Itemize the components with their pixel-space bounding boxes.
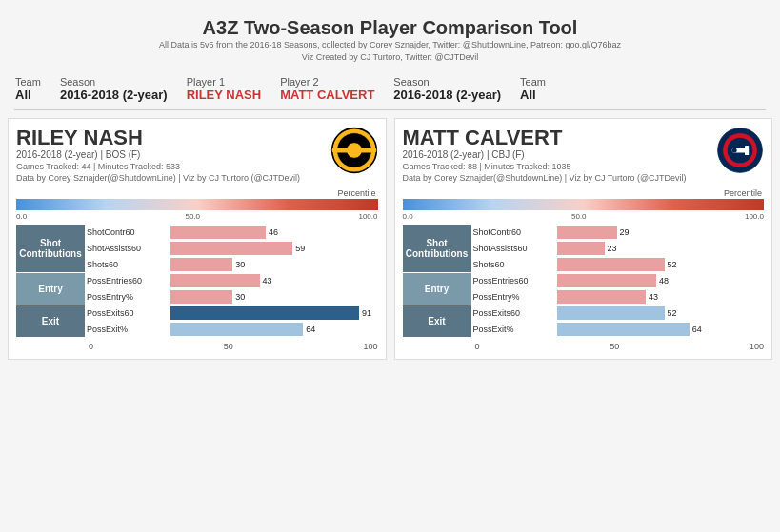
header: A3Z Two-Season Player Comparison Tool Al…: [0, 10, 780, 69]
controls-bar: Team All Season 2016-2018 (2-year) Playe…: [0, 69, 780, 109]
player2-entry-section: Entry PossEntries60 48 PossEntry%: [403, 273, 765, 305]
player1-percentile-label: Percentile: [337, 188, 377, 198]
player1-entry-label: Entry: [16, 273, 85, 305]
player1-credit: Data by Corey Sznajder(@ShutdownLine) | …: [16, 173, 378, 183]
player1-season: 2016-2018 (2-year) | BOS (F): [16, 149, 378, 160]
page-title: A3Z Two-Season Player Comparison Tool: [0, 17, 780, 39]
player1-shotassists-row: ShotAssists60 59: [85, 241, 378, 256]
player1-exit-section: Exit PossExits60 91 PossExit%: [16, 305, 378, 337]
svg-rect-3: [331, 148, 376, 153]
player2-exit-section: Exit PossExits60 52 PossExit%: [403, 305, 765, 337]
player1-games: Games Tracked: 44 | Minutes Tracked: 533: [16, 162, 378, 171]
player2-shotcontr-row: ShotContr60 29: [471, 225, 765, 240]
team2-value[interactable]: All: [520, 88, 546, 102]
player2-value[interactable]: MATT CALVERT: [280, 88, 374, 102]
player2-credit: Data by Corey Sznajder(@ShutdownLine) | …: [403, 173, 765, 183]
player2-panel: MATT CALVERT 2016-2018 (2-year) | CBJ (F…: [394, 118, 773, 360]
player2-shotassists-row: ShotAssists60 23: [471, 241, 765, 256]
player1-bar-chart: ShotContributions ShotContr60 46 ShotAss…: [16, 225, 378, 338]
player1-percentile-gradient: [16, 199, 378, 210]
player2-shot-label: ShotContributions: [403, 225, 471, 272]
team1-label: Team: [15, 76, 41, 88]
player1-panel: RILEY NASH 2016-2018 (2-year) | BOS (F) …: [8, 118, 387, 360]
player2-percentile-label: Percentile: [724, 188, 764, 198]
player2-season: 2016-2018 (2-year) | CBJ (F): [403, 149, 765, 160]
charts-row: RILEY NASH 2016-2018 (2-year) | BOS (F) …: [0, 110, 780, 360]
player1-control: Player 1 RILEY NASH: [187, 76, 262, 102]
team2-label: Team: [520, 76, 546, 88]
season1-value[interactable]: 2016-2018 (2-year): [60, 88, 168, 102]
team2-control: Team All: [520, 76, 546, 102]
player2-entry-label: Entry: [403, 273, 471, 305]
season1-label: Season: [60, 76, 168, 88]
player1-shot-label: ShotContributions: [16, 225, 85, 272]
player2-shots-row: Shots60 52: [471, 257, 765, 272]
player1-shots-row: Shots60 30: [85, 257, 378, 272]
bruins-logo: [330, 127, 378, 174]
season2-control: Season 2016-2018 (2-year): [393, 76, 501, 102]
player2-x-axis: 0 50 100: [475, 342, 765, 351]
player1-possexits-row: PossExits60 91: [85, 305, 378, 321]
player2-name: MATT CALVERT: [403, 127, 765, 149]
team1-value[interactable]: All: [15, 88, 41, 102]
player2-percentile-ticks: 0.0 50.0 100.0: [403, 212, 765, 221]
player1-entry-section: Entry PossEntries60 43 PossEntry%: [16, 273, 378, 305]
season2-label: Season: [393, 76, 501, 88]
player2-shot-metrics: ShotContr60 29 ShotAssists60 23: [471, 225, 765, 272]
player2-exit-metrics: PossExits60 52 PossExit% 64: [471, 305, 765, 337]
player2-percentile-bar: Percentile 0.0 50.0 100.0: [403, 188, 765, 221]
player2-possexit-row: PossExit% 64: [471, 322, 765, 337]
player1-value[interactable]: RILEY NASH: [187, 88, 262, 102]
subtitle-line2: Viz Created by CJ Turtoro, Twitter: @CJT…: [0, 51, 780, 64]
team1-control: Team All: [15, 76, 41, 102]
player2-bar-chart: ShotContributions ShotContr60 29 ShotAss…: [403, 225, 765, 338]
player1-exit-label: Exit: [16, 305, 85, 337]
player2-control: Player 2 MATT CALVERT: [280, 76, 374, 102]
player2-games: Games Tracked: 88 | Minutes Tracked: 103…: [403, 162, 765, 171]
player1-label: Player 1: [187, 76, 262, 88]
player1-possentries-row: PossEntries60 43: [85, 273, 378, 288]
player1-percentile-bar: Percentile 0.0 50.0 100.0: [16, 188, 378, 221]
player2-entry-metrics: PossEntries60 48 PossEntry% 43: [471, 273, 765, 305]
svg-point-9: [732, 148, 737, 153]
page: A3Z Two-Season Player Comparison Tool Al…: [0, 0, 780, 369]
jackets-logo: [716, 127, 764, 174]
player2-exit-label: Exit: [403, 305, 471, 337]
player1-shotcontr-row: ShotContr60 46: [85, 225, 378, 240]
subtitle-line1: All Data is 5v5 from the 2016-18 Seasons…: [0, 39, 780, 51]
player1-shot-section: ShotContributions ShotContr60 46 ShotAss…: [16, 225, 378, 272]
svg-rect-8: [745, 146, 749, 155]
player1-percentile-ticks: 0.0 50.0 100.0: [16, 212, 378, 221]
player1-entry-metrics: PossEntries60 43 PossEntry% 30: [85, 273, 378, 305]
player1-possexit-row: PossExit% 64: [85, 322, 378, 337]
player2-possexits-row: PossExits60 52: [471, 305, 765, 321]
player1-possentry-row: PossEntry% 30: [85, 289, 378, 305]
player2-possentry-row: PossEntry% 43: [471, 289, 765, 305]
player2-possentries-row: PossEntries60 48: [471, 273, 765, 288]
player2-label: Player 2: [280, 76, 374, 88]
player2-percentile-gradient: [403, 199, 765, 210]
season2-value[interactable]: 2016-2018 (2-year): [393, 88, 501, 102]
player2-shot-section: ShotContributions ShotContr60 29 ShotAss…: [403, 225, 765, 272]
player1-shot-metrics: ShotContr60 46 ShotAssists60 59: [85, 225, 378, 272]
player1-exit-metrics: PossExits60 91 PossExit% 64: [85, 305, 378, 337]
player1-x-axis: 0 50 100: [89, 342, 378, 351]
player1-name: RILEY NASH: [16, 127, 378, 149]
season1-control: Season 2016-2018 (2-year): [60, 76, 168, 102]
